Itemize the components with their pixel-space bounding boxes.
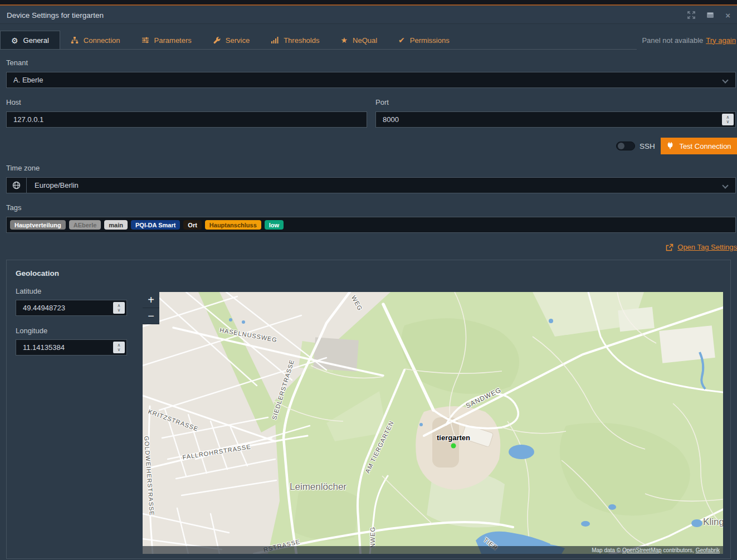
signal-bars-icon xyxy=(271,36,279,44)
tag-chip[interactable]: AEberle xyxy=(69,220,101,230)
open-tag-settings-link[interactable]: Open Tag Settings xyxy=(677,243,737,251)
tab-permissions[interactable]: ✔ Permissions xyxy=(388,31,460,50)
zoom-in-button[interactable]: + xyxy=(143,292,159,308)
network-hierarchy-icon xyxy=(71,36,79,44)
device-marker-label: tiergarten xyxy=(437,434,470,442)
geofabrik-link[interactable]: Geofabrik xyxy=(696,547,720,553)
map-label: SIEDLERSTRASSE xyxy=(271,358,295,420)
latitude-input[interactable] xyxy=(16,300,127,316)
tab-bar: ⚙ General Connection Parameters xyxy=(0,31,737,50)
geolocation-title: Geolocation xyxy=(16,269,59,277)
wrench-icon xyxy=(213,36,221,44)
tab-general[interactable]: ⚙ General xyxy=(0,31,60,50)
star-icon: ★ xyxy=(340,36,348,44)
port-stepper[interactable]: ∧ ∨ xyxy=(722,114,734,125)
dialog-title: Device Settings for tiergarten xyxy=(7,11,104,20)
latitude-label: Latitude xyxy=(16,287,41,295)
tags-bar: HauptverteilungAEberlemainPQI-DA SmartOr… xyxy=(6,217,736,233)
map-label: GOLDWEIHERSTRASSE xyxy=(143,436,155,516)
stepper-down-icon[interactable]: ∨ xyxy=(726,120,730,124)
map-label: Kling xyxy=(703,517,723,528)
expand-icon[interactable] xyxy=(687,11,695,19)
tab-parameters[interactable]: Parameters xyxy=(131,31,202,50)
tab-service[interactable]: Service xyxy=(202,31,260,50)
plug-icon xyxy=(666,142,674,151)
openstreetmap-link[interactable]: OpenStreetMap xyxy=(622,547,662,553)
map-zoom-controls: + − xyxy=(143,292,159,324)
map-canvas[interactable]: HASELNUSSWEGSIEDLERSTRASSEKRITZSTRASSEGO… xyxy=(143,292,723,554)
ssh-toggle-knob xyxy=(618,143,624,149)
checkmark-icon: ✔ xyxy=(398,36,405,44)
geolocation-panel: Geolocation Latitude ∧ ∨ Longitude ∧ ∨ xyxy=(6,260,731,559)
chevron-down-icon xyxy=(722,182,728,188)
timezone-label: Time zone xyxy=(6,164,40,172)
device-marker[interactable] xyxy=(451,444,456,449)
external-link-icon xyxy=(666,244,673,251)
tenant-select[interactable]: A. Eberle xyxy=(6,72,736,88)
longitude-input[interactable] xyxy=(16,339,127,356)
panel-status-text: Panel not available xyxy=(642,36,703,45)
port-input[interactable] xyxy=(375,111,736,128)
tag-chip[interactable]: Hauptverteilung xyxy=(10,220,66,230)
tag-chip[interactable]: Hauptanschluss xyxy=(205,220,261,230)
panel-icon[interactable] xyxy=(706,11,714,19)
map-label: AM TIERGARTEN xyxy=(364,420,395,474)
map-label: KRITZSTRASSE xyxy=(147,408,199,432)
dialog-titlebar: Device Settings for tiergarten × xyxy=(0,7,737,24)
latitude-stepper[interactable]: ∧ ∨ xyxy=(113,302,125,314)
tab-nequal[interactable]: ★ NeQual xyxy=(330,31,388,50)
zoom-out-button[interactable]: − xyxy=(143,308,159,324)
map-label: Leimenlöcher xyxy=(290,481,346,493)
host-label: Host xyxy=(6,98,21,106)
open-tag-settings[interactable]: Open Tag Settings xyxy=(666,243,737,251)
longitude-label: Longitude xyxy=(16,327,47,335)
longitude-stepper[interactable]: ∧ ∨ xyxy=(113,342,125,353)
tenant-value: A. Eberle xyxy=(13,76,43,84)
map-label: FALLROHRSTRASSE xyxy=(182,443,252,460)
map-attribution: Map data © OpenStreetMap contributors, G… xyxy=(143,546,723,554)
test-connection-button[interactable]: Test Connection xyxy=(661,138,737,154)
tenant-label: Tenant xyxy=(6,59,28,67)
timezone-value: Europe/Berlin xyxy=(27,181,79,189)
tag-chip[interactable]: main xyxy=(104,220,128,230)
tab-connection[interactable]: Connection xyxy=(60,31,131,50)
sliders-icon xyxy=(141,36,149,44)
panel-status: Panel not available Try again xyxy=(642,31,737,50)
try-again-link[interactable]: Try again xyxy=(706,36,736,45)
host-input[interactable] xyxy=(6,111,367,128)
port-label: Port xyxy=(375,98,389,106)
chevron-down-icon xyxy=(722,77,728,83)
stepper-down-icon[interactable]: ∨ xyxy=(118,348,121,352)
gears-icon: ⚙ xyxy=(11,37,18,45)
map-label: SANDWEG xyxy=(465,386,502,410)
map-label: WEG xyxy=(350,294,364,311)
tab-thresholds[interactable]: Thresholds xyxy=(260,31,330,50)
close-icon[interactable]: × xyxy=(725,11,730,20)
tag-chip[interactable]: PQI-DA Smart xyxy=(131,220,180,230)
timezone-select[interactable]: Europe/Berlin xyxy=(6,177,736,193)
tags-label: Tags xyxy=(6,203,21,212)
stepper-down-icon[interactable]: ∨ xyxy=(118,308,121,312)
ssh-toggle[interactable] xyxy=(616,142,635,150)
test-connection-label: Test Connection xyxy=(679,142,731,150)
top-accent-strip xyxy=(0,0,737,6)
map-labels: HASELNUSSWEGSIEDLERSTRASSEKRITZSTRASSEGO… xyxy=(143,292,723,554)
ssh-label: SSH xyxy=(640,142,655,150)
map-label: HASELNUSSWEG xyxy=(219,327,277,343)
tag-chip[interactable]: Ort xyxy=(183,220,202,230)
tag-chip[interactable]: low xyxy=(265,220,284,230)
map-label: NWEG xyxy=(369,527,376,548)
tab-divider xyxy=(0,49,637,50)
globe-icon xyxy=(7,178,27,193)
